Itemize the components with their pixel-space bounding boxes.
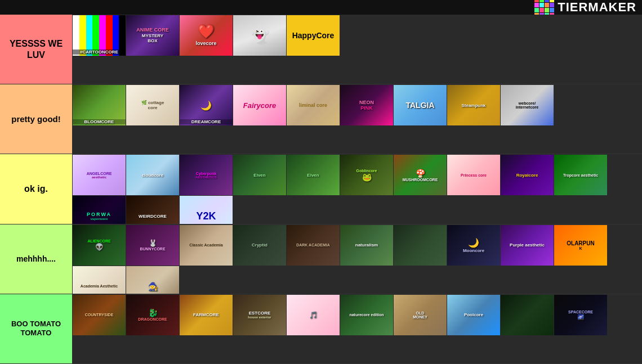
list-item[interactable]: Classic Academia <box>180 225 233 266</box>
tier-row-2: pretty good! BLOOMCORE 🌿 cottage core <box>0 84 642 154</box>
list-item[interactable]: Fairycore <box>233 85 286 125</box>
list-item[interactable]: liminal core <box>287 85 340 125</box>
list-item[interactable]: ESTCORE house exterior <box>233 295 286 335</box>
list-item[interactable]: ANGELCORE aesthetic <box>73 155 126 195</box>
list-item[interactable]: Princess core <box>447 155 500 195</box>
list-item[interactable]: 🌙 Mooncore <box>447 225 500 266</box>
list-item[interactable]: SPACECORE 🌌 <box>554 295 607 335</box>
list-item[interactable]: Cyberpunk AESTHETICS <box>180 155 233 195</box>
list-item[interactable]: NEON PINK <box>340 85 393 125</box>
list-item[interactable]: Elven <box>233 155 286 195</box>
list-item[interactable]: ANIME CORE MYSTERY BOX <box>126 15 179 56</box>
list-item[interactable]: Y2K <box>180 196 233 223</box>
tier-items-2: BLOOMCORE 🌿 cottage core 🌙 DREAMCORE <box>72 84 642 154</box>
tier-label-3: ok ig. <box>0 154 72 223</box>
list-item[interactable]: Poolcore <box>447 295 500 335</box>
list-item[interactable]: Tropcore aesthetic <box>554 155 607 195</box>
tier-items-1: #CARTOONCORE ANIME CORE MYSTERY BOX <box>72 15 642 84</box>
list-item[interactable]: PORWA vaporwave <box>73 196 126 223</box>
list-item[interactable]: 👻 <box>233 15 286 56</box>
list-item[interactable]: 🐉 DRAGONCORE <box>126 295 179 335</box>
list-item[interactable]: Purple aesthetic <box>501 225 554 266</box>
list-item[interactable]: ❤️ lovecore <box>180 15 233 56</box>
list-item[interactable]: #CARTOONCORE <box>73 15 126 56</box>
tier-row-3: ok ig. ANGELCORE aesthetic cloudcore <box>0 154 642 224</box>
list-item[interactable]: 🐰 BUNNYCORE <box>126 225 179 266</box>
tier-row-4: mehhhh.... ALIENCORE 👽 🐰 BUNNYCORE <box>0 224 642 294</box>
list-item[interactable] <box>394 225 447 266</box>
tier-label-1: YESSSS WE LUV <box>0 15 72 84</box>
list-item[interactable]: naturalism <box>340 225 393 266</box>
list-item[interactable]: HappyCore <box>287 15 340 56</box>
tier-items-3: ANGELCORE aesthetic cloudcore Cyberpunk … <box>72 154 642 223</box>
tier-items-4: ALIENCORE 👽 🐰 BUNNYCORE Classic Academia <box>72 224 642 294</box>
list-item[interactable]: 🌿 cottage core <box>126 85 179 125</box>
list-item[interactable]: Cryptid <box>233 225 286 266</box>
list-item[interactable]: Goblincore 🐸 <box>340 155 393 195</box>
list-item[interactable]: 🌙 DREAMCORE <box>180 85 233 125</box>
list-item[interactable]: 🧙 <box>126 266 179 294</box>
list-item[interactable]: 🍄 MUSHROOMCORE <box>394 155 447 195</box>
list-item[interactable]: Elven <box>287 155 340 195</box>
tier-row-1: YESSSS WE LUV <box>0 15 642 84</box>
list-item[interactable]: FARMCORE <box>180 295 233 335</box>
list-item[interactable]: naturecore edition <box>340 295 393 335</box>
list-item[interactable]: 🎵 <box>287 295 340 335</box>
header: TIERMAKER <box>0 0 642 15</box>
tier-items-5: COUNTRYSIDE 🐉 DRAGONCORE FARMCORE <box>72 294 642 363</box>
list-item[interactable]: WEIRDCORE <box>126 196 179 223</box>
list-item[interactable] <box>501 295 554 335</box>
tier-list: TIERMAKER YESSSS WE LUV <box>0 0 642 364</box>
list-item[interactable]: ALIENCORE 👽 <box>73 225 126 266</box>
list-item[interactable]: Steampunk <box>447 85 500 125</box>
list-item[interactable]: Royalcore <box>501 155 554 195</box>
tier-rows: YESSSS WE LUV <box>0 15 642 364</box>
list-item[interactable]: TALGIA <box>394 85 447 125</box>
list-item[interactable]: Academia Aesthetic <box>73 266 126 294</box>
list-item[interactable]: COUNTRYSIDE <box>73 295 126 335</box>
tier-label-5: BOO TOMATO TOMATO <box>0 294 72 363</box>
list-item[interactable]: OLDMONEY <box>394 295 447 335</box>
list-item[interactable]: OLARPUN K <box>554 225 607 266</box>
logo-text: TIERMAKER <box>558 0 636 15</box>
tier-label-4: mehhhh.... <box>0 224 72 294</box>
tier-row-5: BOO TOMATO TOMATO COUNTRYSIDE 🐉 DRAGONCO… <box>0 294 642 364</box>
list-item[interactable]: cloudcore <box>126 155 179 195</box>
list-item[interactable]: DARK ACADEMIA <box>287 225 340 266</box>
list-item[interactable]: BLOOMCORE <box>73 85 126 125</box>
tier-label-2: pretty good! <box>0 84 72 154</box>
list-item[interactable]: webcore/internetcore <box>501 85 554 125</box>
